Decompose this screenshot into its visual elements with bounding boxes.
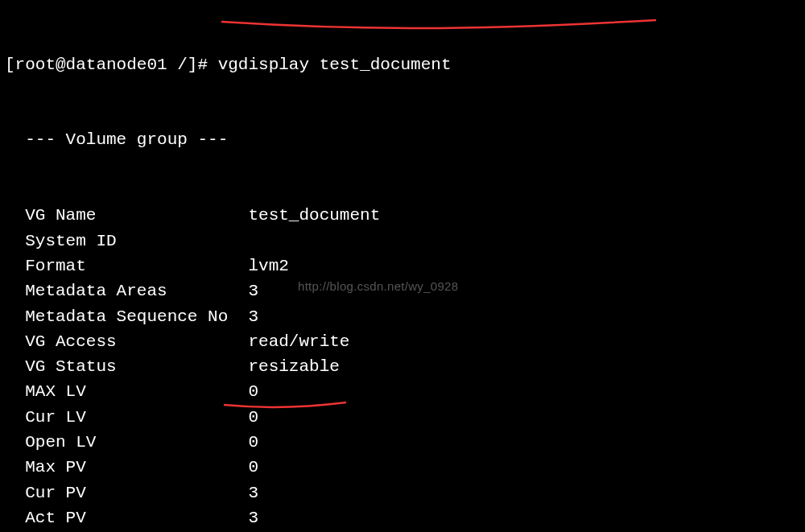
row-value: read/write: [248, 332, 349, 351]
row-label: Metadata Areas: [5, 282, 248, 300]
row-label: Metadata Sequence No: [5, 307, 248, 326]
terminal-output: [root@datanode01 /]# vgdisplay test_docu…: [5, 2, 634, 532]
output-row: Metadata Sequence No 3: [5, 304, 634, 329]
output-row: Cur LV 0: [5, 405, 634, 430]
row-label: Max PV: [5, 458, 248, 476]
row-label: System ID: [5, 232, 248, 250]
row-value: 3: [248, 484, 258, 502]
watermark-text: http://blog.csdn.net/wy_0928: [298, 274, 458, 299]
prompt-line: [root@datanode01 /]# vgdisplay test_docu…: [5, 52, 634, 77]
row-label: Open LV: [5, 433, 248, 452]
row-value: resizable: [248, 357, 339, 376]
row-value: 3: [248, 509, 258, 527]
output-row: System ID: [5, 229, 634, 254]
output-row: Open LV 0: [5, 430, 634, 455]
row-label: Cur PV: [5, 484, 248, 502]
row-label: VG Access: [5, 332, 248, 351]
output-row: VG Status resizable: [5, 354, 634, 379]
row-value: 0: [248, 458, 258, 476]
row-value: 3: [248, 282, 258, 300]
row-label: Cur LV: [5, 408, 248, 427]
row-value: 0: [248, 433, 258, 452]
row-value: 0: [248, 408, 258, 427]
row-value: lvm2: [248, 257, 288, 275]
output-row: Cur PV 3: [5, 480, 634, 505]
output-row: Act PV 3: [5, 505, 634, 530]
output-row: Max PV 0: [5, 455, 634, 480]
row-label: Act PV: [5, 509, 248, 527]
row-label: VG Status: [5, 357, 248, 376]
output-row: VG Access read/write: [5, 329, 634, 354]
row-value: 0: [248, 382, 258, 401]
row-value: 3: [248, 307, 258, 326]
output-row: MAX LV 0: [5, 379, 634, 404]
row-label: VG Name: [5, 206, 248, 225]
row-value: test_document: [248, 206, 380, 225]
row-label: MAX LV: [5, 382, 248, 401]
output-row: VG Name test_document: [5, 203, 634, 228]
row-label: Format: [5, 257, 248, 275]
section-header: --- Volume group ---: [5, 127, 634, 152]
